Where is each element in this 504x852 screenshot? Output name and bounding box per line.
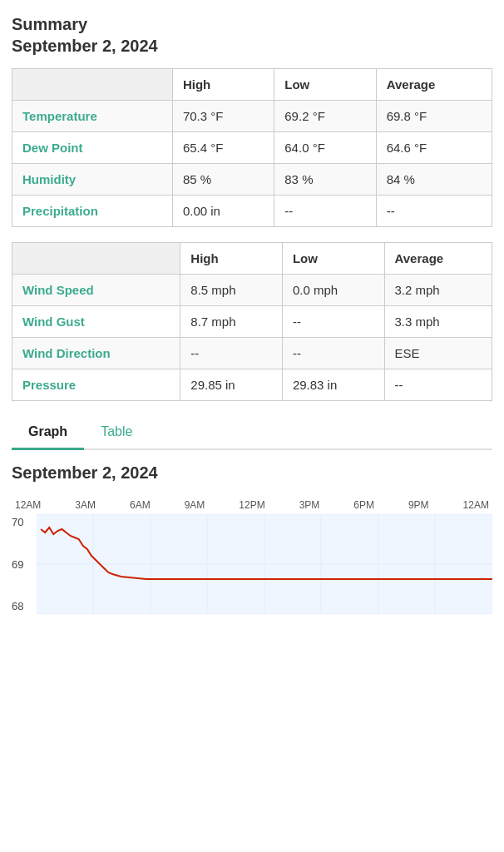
time-3am: 3AM <box>75 499 96 511</box>
row-high: 0.00 in <box>172 196 274 227</box>
time-12pm: 12PM <box>239 499 264 511</box>
graph-date: September 2, 2024 <box>12 463 492 483</box>
table-row: Dew Point 65.4 °F 64.0 °F 64.6 °F <box>12 132 492 164</box>
chart-area: 12AM 3AM 6AM 9AM 12PM 3PM 6PM 9PM 12AM 7… <box>12 493 492 614</box>
row-avg: 69.8 °F <box>376 101 492 132</box>
row-low: 29.83 in <box>282 369 384 401</box>
row-label: Precipitation <box>12 196 173 227</box>
table-row: Wind Direction -- -- ESE <box>12 338 492 369</box>
row-label: Dew Point <box>12 132 173 164</box>
table-row: Wind Speed 8.5 mph 0.0 mph 3.2 mph <box>12 275 492 306</box>
row-avg: 3.3 mph <box>384 306 492 338</box>
y-label-69: 69 <box>12 558 37 571</box>
row-low: 83 % <box>274 164 376 196</box>
chart-svg <box>37 514 492 614</box>
time-12am-end: 12AM <box>463 499 489 511</box>
row-avg: 3.2 mph <box>384 275 492 306</box>
summary-title: Summary September 2, 2024 <box>12 13 492 57</box>
chart-svg-area <box>37 514 492 614</box>
col-header-high-2: High <box>180 243 283 275</box>
tab-graph[interactable]: Graph <box>12 416 84 450</box>
row-high: 85 % <box>172 164 274 196</box>
tabs-container: Graph Table <box>12 416 492 450</box>
col-header-avg-2: Average <box>384 243 492 275</box>
row-high: 8.7 mph <box>180 306 283 338</box>
table-row: Pressure 29.85 in 29.83 in -- <box>12 369 492 401</box>
time-9am: 9AM <box>185 499 205 511</box>
row-low: -- <box>274 196 376 227</box>
row-label: Wind Speed <box>12 275 180 306</box>
row-label: Temperature <box>12 101 173 132</box>
time-3pm: 3PM <box>299 499 320 511</box>
row-high: -- <box>180 338 283 369</box>
row-high: 29.85 in <box>180 369 283 401</box>
y-label-70: 70 <box>12 516 37 528</box>
row-avg: 84 % <box>376 164 492 196</box>
row-low: 64.0 °F <box>274 132 376 164</box>
table-weather-wind: High Low Average Wind Speed 8.5 mph 0.0 … <box>12 242 492 401</box>
row-high: 70.3 °F <box>172 101 274 132</box>
time-12am-start: 12AM <box>15 499 41 511</box>
table-weather-main: High Low Average Temperature 70.3 °F 69.… <box>12 68 492 227</box>
col-header-empty <box>12 69 173 101</box>
row-low: -- <box>282 338 384 369</box>
table-row: Precipitation 0.00 in -- -- <box>12 196 492 227</box>
row-avg: -- <box>376 196 492 227</box>
row-avg: -- <box>384 369 492 401</box>
table-row: Wind Gust 8.7 mph -- 3.3 mph <box>12 306 492 338</box>
tab-table[interactable]: Table <box>84 416 149 450</box>
row-avg: ESE <box>384 338 492 369</box>
row-label: Pressure <box>12 369 180 401</box>
row-high: 8.5 mph <box>180 275 283 306</box>
col-header-empty-2 <box>12 243 180 275</box>
page-container: Summary September 2, 2024 High Low Avera… <box>0 0 504 627</box>
graph-section: September 2, 2024 12AM 3AM 6AM 9AM 12PM … <box>12 463 492 614</box>
row-label: Wind Gust <box>12 306 180 338</box>
row-label: Wind Direction <box>12 338 180 369</box>
col-header-high-1: High <box>172 69 274 101</box>
title-line1: Summary <box>12 13 492 35</box>
row-low: 0.0 mph <box>282 275 384 306</box>
time-6pm: 6PM <box>353 499 374 511</box>
row-high: 65.4 °F <box>172 132 274 164</box>
time-9pm: 9PM <box>408 499 429 511</box>
table-row: Temperature 70.3 °F 69.2 °F 69.8 °F <box>12 101 492 132</box>
title-line2: September 2, 2024 <box>12 35 492 57</box>
y-label-68: 68 <box>12 600 37 612</box>
col-header-low-2: Low <box>282 243 384 275</box>
chart-y-labels: 70 69 68 <box>12 514 37 614</box>
col-header-avg-1: Average <box>376 69 492 101</box>
chart-wrapper: 70 69 68 <box>12 514 492 614</box>
table-row: Humidity 85 % 83 % 84 % <box>12 164 492 196</box>
time-6am: 6AM <box>130 499 151 511</box>
row-low: -- <box>282 306 384 338</box>
time-labels: 12AM 3AM 6AM 9AM 12PM 3PM 6PM 9PM 12AM <box>12 499 492 511</box>
row-low: 69.2 °F <box>274 101 376 132</box>
row-label: Humidity <box>12 164 173 196</box>
col-header-low-1: Low <box>274 69 376 101</box>
row-avg: 64.6 °F <box>376 132 492 164</box>
